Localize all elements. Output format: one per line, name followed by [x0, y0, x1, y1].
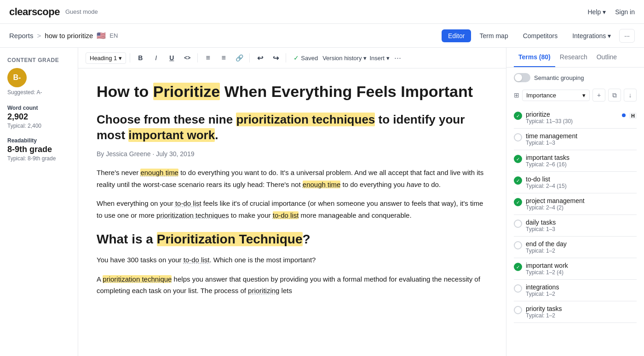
- term-item-todo-list: ✓ to-do list Typical: 2–4 (15): [514, 172, 637, 193]
- highlight-todo-list-2: to-do list: [273, 211, 299, 219]
- chevron-down-icon: ▾: [363, 55, 367, 62]
- editor-toolbar: Heading 1 ▾ B I U <> ≡ ≡ 🔗 ↩ ↪ ✓ Saved V…: [78, 48, 506, 68]
- heading-select[interactable]: Heading 1 ▾: [86, 52, 126, 64]
- terms-toolbar: ⊞ Importance ▾ + ⧉ ↓: [514, 89, 637, 102]
- link-button[interactable]: 🔗: [233, 51, 246, 64]
- term-prioritizing: prioritizing: [248, 287, 279, 294]
- redo-button[interactable]: ↪: [269, 51, 282, 64]
- editor-content[interactable]: How to Prioritize When Everything Feels …: [78, 68, 506, 356]
- readability-label: Readability: [7, 137, 70, 144]
- underline-button[interactable]: U: [165, 51, 178, 64]
- term-info-important-tasks: important tasks Typical: 2–6 (16): [526, 154, 637, 168]
- breadcrumb: Reports > how to prioritize 🇺🇸 EN: [9, 31, 118, 40]
- more-options-button[interactable]: ···: [619, 29, 635, 43]
- italic-button[interactable]: I: [150, 51, 162, 64]
- term-item-time-management: time management Typical: 1–3: [514, 129, 637, 150]
- term-check-time-management[interactable]: [514, 133, 522, 141]
- suggested-label: Suggested: A-: [7, 89, 70, 96]
- highlight-enough-time-2: enough time: [303, 181, 341, 188]
- article-title: How to Prioritize When Everything Feels …: [97, 82, 488, 101]
- term-typical-todo-list: Typical: 2–4 (15): [526, 183, 637, 189]
- term-item-end-of-day: end of the day Typical: 1–2: [514, 237, 637, 258]
- right-sidebar-tabs: Terms (80) Research Outline: [506, 48, 644, 68]
- toolbar-separator-4: [286, 53, 286, 62]
- term-name-integrations: integrations: [526, 283, 637, 291]
- ordered-list-button[interactable]: ≡: [217, 51, 230, 64]
- term-info-time-management: time management Typical: 1–3: [526, 132, 637, 146]
- chevron-down-icon: ▾: [603, 8, 606, 16]
- copy-terms-button[interactable]: ⧉: [608, 89, 621, 102]
- term-name-important-work: important work: [526, 262, 637, 269]
- check-icon: ✓: [516, 265, 520, 270]
- term-todo-list-1: to-do list: [175, 199, 201, 207]
- highlight-enough-time-1: enough time: [140, 169, 178, 176]
- article-paragraph-2: When everything on your to-do list feels…: [97, 198, 488, 221]
- term-typical-important-work: Typical: 1–2 (4): [526, 269, 637, 276]
- saved-label: Saved: [301, 55, 318, 62]
- article-paragraph-4: A prioritization technique helps you ans…: [97, 273, 488, 297]
- version-history-button[interactable]: Version history ▾: [322, 55, 367, 62]
- article-h3-what-is: What is a Prioritization Technique?: [97, 232, 488, 247]
- tab-competitors[interactable]: Competitors: [517, 29, 564, 42]
- term-check-project-management[interactable]: ✓: [514, 198, 522, 206]
- term-check-prioritize[interactable]: ✓: [514, 112, 522, 120]
- tab-research[interactable]: Research: [555, 48, 592, 67]
- chevron-down-icon: ▾: [386, 55, 390, 62]
- sign-in-button[interactable]: Sign in: [615, 8, 635, 16]
- tab-term-map[interactable]: Term map: [473, 29, 514, 42]
- chevron-down-icon: ▾: [608, 32, 611, 40]
- code-button[interactable]: <>: [181, 51, 194, 64]
- term-typical-time-management: Typical: 1–3: [526, 140, 637, 146]
- sort-select[interactable]: Importance ▾: [522, 90, 590, 101]
- right-sidebar-content: Semantic grouping ⊞ Importance ▾ + ⧉ ↓ ✓…: [506, 68, 644, 356]
- term-check-todo-list[interactable]: ✓: [514, 176, 522, 185]
- bold-button[interactable]: B: [134, 51, 147, 64]
- term-typical-priority-tasks: Typical: 1–2: [526, 312, 637, 319]
- term-h-badge-prioritize: H: [629, 113, 637, 119]
- download-terms-button[interactable]: ↓: [624, 89, 637, 102]
- semantic-grouping-row: Semantic grouping: [514, 73, 637, 82]
- help-label: Help: [587, 8, 601, 16]
- language-label: EN: [109, 32, 118, 39]
- tab-editor[interactable]: Editor: [442, 29, 472, 42]
- semantic-grouping-toggle[interactable]: [514, 73, 530, 82]
- term-typical-important-tasks: Typical: 2–6 (16): [526, 161, 637, 168]
- toolbar-separator-3: [249, 53, 250, 62]
- add-term-button[interactable]: +: [592, 89, 605, 102]
- chevron-down-icon: ▾: [582, 92, 586, 99]
- right-sidebar: Terms (80) Research Outline Semantic gro…: [506, 48, 644, 356]
- term-check-priority-tasks[interactable]: [514, 306, 522, 314]
- chevron-down-icon: ▾: [119, 55, 122, 62]
- term-name-todo-list: to-do list: [526, 175, 637, 183]
- term-name-daily-tasks: daily tasks: [526, 219, 637, 226]
- tab-outline[interactable]: Outline: [592, 48, 621, 67]
- check-icon: ✓: [293, 54, 299, 62]
- term-typical-end-of-day: Typical: 1–2: [526, 248, 637, 254]
- term-info-todo-list: to-do list Typical: 2–4 (15): [526, 175, 637, 189]
- term-info-priority-tasks: priority tasks Typical: 1–2: [526, 305, 637, 319]
- undo-button[interactable]: ↩: [253, 51, 266, 64]
- toolbar-more-button[interactable]: ···: [394, 53, 401, 63]
- italic-have: have: [407, 181, 422, 188]
- flag-icon: 🇺🇸: [97, 31, 106, 40]
- article-paragraph-3: You have 300 tasks on your to-do list. W…: [97, 254, 488, 266]
- guest-mode-label: Guest mode: [65, 8, 98, 15]
- h2-highlight-prioritization-techniques: prioritization techniques: [236, 113, 375, 126]
- term-check-daily-tasks[interactable]: [514, 220, 522, 228]
- term-typical-integrations: Typical: 1–2: [526, 291, 637, 297]
- toolbar-separator-2: [197, 53, 198, 62]
- tab-terms[interactable]: Terms (80): [514, 48, 555, 67]
- term-check-important-tasks[interactable]: ✓: [514, 155, 522, 163]
- term-check-important-work[interactable]: ✓: [514, 263, 522, 271]
- reports-link[interactable]: Reports: [9, 32, 34, 40]
- term-typical-prioritize: Typical: 11–33 (30): [526, 118, 618, 124]
- help-button[interactable]: Help ▾: [587, 8, 606, 16]
- term-check-integrations[interactable]: [514, 284, 522, 293]
- tab-integrations[interactable]: Integrations ▾: [566, 29, 617, 42]
- readability-value: 8-9th grade: [7, 145, 70, 154]
- sort-label: Importance: [526, 92, 556, 99]
- heading-select-label: Heading 1: [90, 55, 117, 62]
- bullet-list-button[interactable]: ≡: [201, 51, 214, 64]
- insert-button[interactable]: Insert ▾: [369, 55, 390, 62]
- term-check-end-of-day[interactable]: [514, 241, 522, 249]
